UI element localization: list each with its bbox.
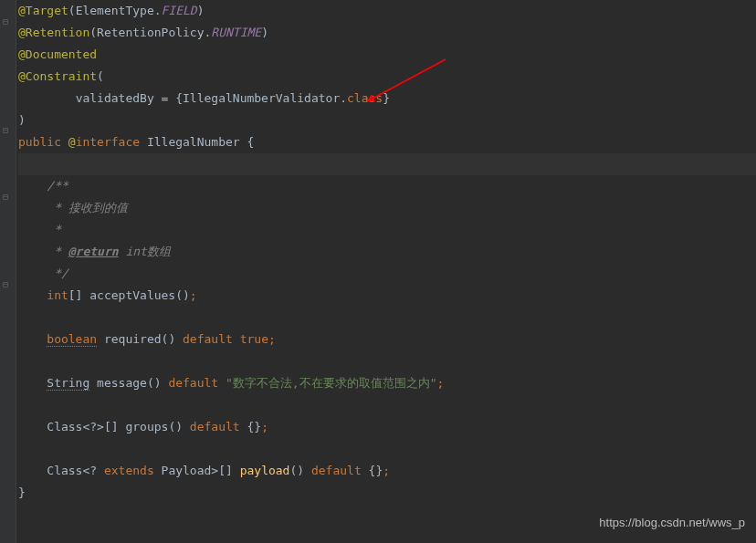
code-line: @Target(ElementType.FIELD) [18,0,756,22]
code-line: * [18,219,756,241]
code-line: @Constraint( [18,66,756,88]
code-line [18,350,756,372]
fold-icon[interactable]: ⊟ [3,274,8,296]
code-line: Class<? extends Payload>[] payload() def… [18,460,756,482]
code-line: ) [18,110,756,131]
code-line: boolean required() default true; [18,329,756,350]
code-line [18,438,756,460]
fold-icon[interactable]: ⊟ [3,186,8,208]
watermark: https://blog.csdn.net/wws_p [599,512,745,534]
code-editor[interactable]: ⊟ ⊟ ⊟ ⊟ @Target(ElementType.FIELD) @Rete… [0,0,756,543]
code-line: } [18,482,756,504]
code-line: validatedBy = {IllegalNumberValidator.cl… [18,88,756,110]
fold-icon[interactable]: ⊟ [3,11,8,33]
code-line: * @return int数组 [18,241,756,263]
code-line: public @interface IllegalNumber { [18,131,756,153]
code-line [18,307,756,329]
code-line: Class<?>[] groups() default {}; [18,416,756,438]
fold-icon[interactable]: ⊟ [3,120,8,141]
code-line: @Retention(RetentionPolicy.RUNTIME) [18,22,756,44]
code-line: */ [18,263,756,285]
code-line [18,394,756,416]
code-line: int[] acceptValues(); [18,285,756,307]
code-area[interactable]: @Target(ElementType.FIELD) @Retention(Re… [16,0,756,543]
gutter: ⊟ ⊟ ⊟ ⊟ [0,0,16,543]
code-line: * 接收到的值 [18,197,756,219]
code-line: String message() default "数字不合法,不在要求的取值范… [18,372,756,394]
code-line: /** [18,175,756,197]
code-line: @Documented [18,44,756,66]
code-line [18,153,756,175]
